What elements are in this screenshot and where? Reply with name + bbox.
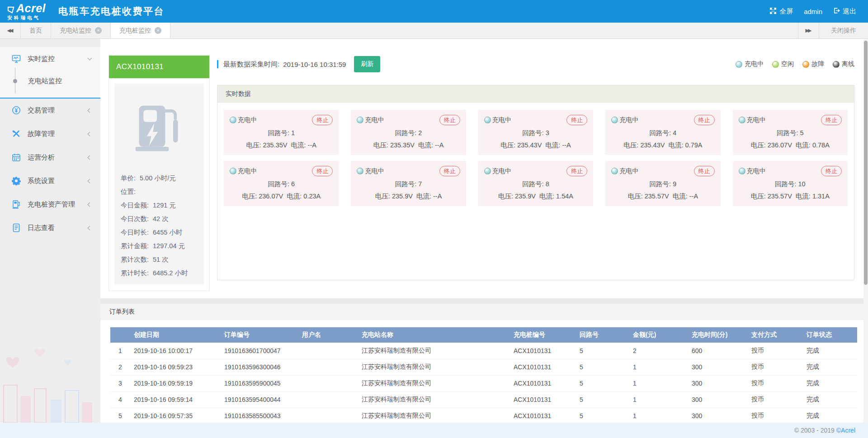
- table-row[interactable]: 22019-10-16 09:59:231910163596300046江苏安科…: [110, 359, 857, 375]
- stat-label: 累计次数:: [121, 255, 149, 264]
- charging-circuit-card: 充电中 终止 回路号: 5 电压: 236.07V 电流: 0.78A: [733, 110, 848, 155]
- circuit-number: 回路号: 2: [357, 129, 460, 137]
- sidebar-item-label: 充电桩资产管理: [28, 200, 75, 209]
- sidebar-group: 交易管理: [0, 99, 100, 122]
- table-cell: 完成: [803, 359, 857, 375]
- chevron-left-icon: [88, 132, 92, 136]
- sidebar-item-label: 交易管理: [28, 106, 55, 115]
- terminate-button[interactable]: 终止: [694, 115, 715, 125]
- stat-label: 位置:: [121, 188, 136, 196]
- table-cell: 完成: [803, 408, 857, 423]
- circuit-number: 回路号: 10: [739, 180, 842, 188]
- sidebar-group: 日志查看: [0, 216, 100, 240]
- sidebar-item-fault-mgmt[interactable]: 故障管理: [0, 122, 100, 146]
- close-operations-button[interactable]: 关闭操作: [819, 23, 868, 38]
- table-cell: 1: [629, 391, 688, 408]
- fullscreen-button[interactable]: 全屏: [769, 7, 793, 16]
- terminate-button[interactable]: 终止: [821, 166, 842, 176]
- voltage-current: 电压: 235.9V 电流: --A: [357, 192, 460, 201]
- table-cell: 江苏安科瑞制造有限公司: [358, 359, 510, 375]
- tabs-scroll-left-button[interactable]: ◀◀: [0, 23, 21, 38]
- table-cell: 1910163595900045: [221, 375, 298, 391]
- pile-id-header: ACX1010131: [109, 56, 209, 78]
- table-cell: 完成: [803, 391, 857, 408]
- stat-value: 1297.04 元: [153, 242, 185, 250]
- table-cell: 5: [576, 359, 629, 375]
- sidebar-group: 实时监控 充电站监控: [0, 47, 100, 99]
- stat-label: 今日次数:: [121, 215, 149, 223]
- scrollbar-thumb[interactable]: [864, 41, 868, 285]
- table-cell: [298, 408, 358, 423]
- charging-circuit-card: 充电中 终止 回路号: 8 电压: 235.9V 电流: 1.54A: [478, 161, 593, 206]
- status-charging-icon: [230, 168, 236, 174]
- table-cell: 5: [576, 408, 629, 423]
- legend-item: 离线: [833, 60, 854, 68]
- pile-stat-row: 今日时长:6455 小时: [121, 226, 198, 239]
- status-charging-icon: [611, 168, 618, 174]
- stat-label: 累计金额:: [121, 242, 149, 250]
- voltage-current: 电压: 236.07V 电流: 0.78A: [739, 141, 842, 150]
- charging-circuit-card: 充电中 终止 回路号: 2 电压: 235.35V 电流: --A: [351, 110, 466, 155]
- refresh-button[interactable]: 刷新: [354, 56, 380, 72]
- terminate-button[interactable]: 终止: [312, 166, 333, 176]
- username[interactable]: admin: [804, 8, 822, 15]
- table-cell: 5: [576, 391, 629, 408]
- tab-close-icon[interactable]: ×: [95, 27, 102, 34]
- tab-close-icon[interactable]: ×: [155, 27, 161, 34]
- tabs-scroll-right-button[interactable]: ▶▶: [798, 23, 819, 38]
- chevron-left-icon: [88, 155, 92, 160]
- table-cell: 投币: [748, 391, 803, 408]
- terminate-button[interactable]: 终止: [566, 166, 587, 176]
- terminate-button[interactable]: 终止: [694, 166, 715, 176]
- sidebar-item-transaction-mgmt[interactable]: 交易管理: [0, 99, 100, 122]
- terminate-button[interactable]: 终止: [439, 115, 460, 125]
- table-row[interactable]: 12019-10-16 10:00:171910163601700047江苏安科…: [110, 343, 857, 359]
- tab-home[interactable]: 首页: [21, 23, 51, 38]
- card-status-label: 充电中: [238, 167, 257, 175]
- chevron-left-icon: [88, 202, 92, 207]
- stat-label: 今日金额:: [121, 201, 149, 210]
- terminate-button[interactable]: 终止: [312, 115, 333, 125]
- table-cell: ACX1010131: [510, 343, 576, 359]
- orders-col-header: 用户名: [298, 327, 358, 343]
- orders-section-title: 订单列表: [100, 304, 868, 320]
- status-charging-icon: [739, 168, 745, 174]
- sidebar-menu: 实时监控 充电站监控 交易管理 故障管理 运营分析 系统设置 充电桩资产管理 日…: [0, 39, 100, 240]
- table-row[interactable]: 42019-10-16 09:59:141910163595400044江苏安科…: [110, 391, 857, 408]
- orders-table-area: 创建日期订单编号用户名充电站名称充电桩编号回路号金额(元)充电时间(分)支付方式…: [100, 320, 868, 423]
- table-row[interactable]: 52019-10-16 09:57:351910163585500043江苏安科…: [110, 408, 857, 423]
- tab-bar: ◀◀ 首页充电站监控×充电桩监控× ▶▶ 关闭操作: [0, 23, 868, 39]
- card-status-label: 充电中: [492, 167, 511, 175]
- sidebar-item-operation-analysis[interactable]: 运营分析: [0, 146, 100, 169]
- acrel-footer-link[interactable]: ©Acrel: [836, 427, 855, 434]
- tab-pile-monitor[interactable]: 充电桩监控×: [111, 23, 170, 38]
- stat-label: 累计时长:: [121, 269, 149, 278]
- table-cell: 300: [688, 359, 748, 375]
- chevron-down-icon: [88, 56, 92, 61]
- status-charging-icon: [611, 117, 618, 123]
- sidebar-group: 系统设置: [0, 169, 100, 193]
- table-row[interactable]: 32019-10-16 09:59:191910163595900045江苏安科…: [110, 375, 857, 391]
- sidebar-item-system-settings[interactable]: 系统设置: [0, 169, 100, 193]
- status-charging-icon: [230, 117, 236, 123]
- voltage-current: 电压: 235.43V 电流: --A: [484, 141, 587, 150]
- table-cell: 5: [576, 375, 629, 391]
- status-charging-icon: [484, 168, 491, 174]
- terminate-button[interactable]: 终止: [439, 166, 460, 176]
- terminate-button[interactable]: 终止: [821, 115, 842, 125]
- sidebar-subitem-station-monitor[interactable]: 充电站监控: [0, 71, 100, 90]
- stat-value: 6455 小时: [153, 228, 182, 237]
- settings-icon: [12, 176, 21, 185]
- sidebar-item-realtime-monitor[interactable]: 实时监控: [0, 47, 100, 71]
- vertical-scrollbar[interactable]: [863, 39, 868, 423]
- tab-station-monitor[interactable]: 充电站监控×: [51, 23, 111, 38]
- terminate-button[interactable]: 终止: [566, 115, 587, 125]
- logout-button[interactable]: 退出: [833, 7, 856, 16]
- sidebar-item-log-view[interactable]: 日志查看: [0, 216, 100, 240]
- table-cell: 1910163595400044: [221, 391, 298, 408]
- sidebar-item-pile-asset-mgmt[interactable]: 充电桩资产管理: [0, 193, 100, 216]
- chevron-left-icon: [88, 226, 92, 230]
- sidebar-item-label: 系统设置: [28, 177, 55, 185]
- table-cell: 300: [688, 408, 748, 423]
- orders-col-index: [110, 327, 130, 343]
